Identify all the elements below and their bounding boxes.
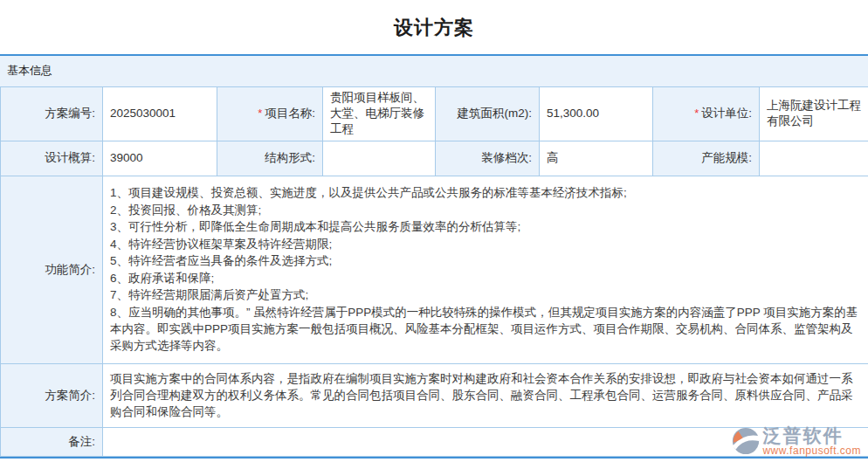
capacity-scale-value bbox=[760, 141, 868, 176]
function-intro-label: 功能简介: bbox=[1, 176, 103, 363]
remark-label: 备注: bbox=[1, 427, 103, 456]
plan-intro-text: 项目实施方案中的合同体系内容，是指政府在编制项目实施方案时对构建政府和社会资本合… bbox=[110, 370, 861, 421]
plan-number-value: 2025030001 bbox=[103, 87, 217, 141]
project-name-value: 贵阳项目样板间、大堂、电梯厅装修工程 bbox=[323, 87, 436, 141]
function-intro-label-text: 功能简介: bbox=[45, 263, 95, 276]
function-intro-text: 1、项目建设规模、投资总额、实施进度，以及提供公共产品或公共服务的标准等基本经济… bbox=[110, 184, 861, 354]
required-asterisk: * bbox=[694, 107, 699, 120]
structure-type-label: 结构形式: bbox=[217, 141, 323, 176]
design-unit-value: 上海阮建设计工程有限公司 bbox=[760, 87, 868, 141]
page-title: 设计方案 bbox=[0, 0, 868, 54]
capacity-scale-label-text: 产能规模: bbox=[701, 151, 752, 164]
section-header-basic-info: 基本信息 bbox=[0, 56, 868, 86]
plan-number-label-text: 方案编号: bbox=[45, 107, 95, 120]
project-name-label-text: 项目名称: bbox=[265, 107, 315, 120]
plan-intro-label: 方案简介: bbox=[1, 363, 103, 427]
fanpu-watermark-text: 泛普软件 www.fanpusoft.com bbox=[762, 426, 861, 457]
decoration-grade-label: 装修档次: bbox=[436, 141, 540, 176]
capacity-scale-label: 产能规模: bbox=[653, 141, 760, 176]
design-unit-label: *设计单位: bbox=[653, 87, 760, 141]
design-estimate-value: 39000 bbox=[103, 141, 217, 176]
table-row: 方案简介: 项目实施方案中的合同体系内容，是指政府在编制项目实施方案时对构建政府… bbox=[1, 363, 868, 427]
function-intro-value: 1、项目建设规模、投资总额、实施进度，以及提供公共产品或公共服务的标准等基本经济… bbox=[103, 176, 868, 363]
required-asterisk: * bbox=[258, 107, 262, 120]
fanpu-website-url: www.fanpusoft.com bbox=[762, 445, 861, 457]
structure-type-value bbox=[323, 141, 436, 176]
design-estimate-label: 设计概算: bbox=[1, 141, 103, 176]
fanpu-logo-icon bbox=[731, 426, 761, 456]
building-area-label: 建筑面积(m2): bbox=[436, 87, 540, 141]
fanpu-brand-name: 泛普软件 bbox=[762, 426, 843, 445]
plan-number-label: 方案编号: bbox=[1, 87, 103, 141]
table-row: 设计概算: 39000 结构形式: 装修档次: 高 产能规模: bbox=[1, 141, 868, 176]
design-unit-label-text: 设计单位: bbox=[701, 107, 752, 120]
table-row: 功能简介: 1、项目建设规模、投资总额、实施进度，以及提供公共产品或公共服务的标… bbox=[1, 176, 868, 363]
building-area-label-text: 建筑面积(m2): bbox=[458, 107, 533, 120]
fanpu-watermark: 泛普软件 www.fanpusoft.com bbox=[731, 426, 861, 457]
design-plan-form-table: 方案编号: 2025030001 *项目名称: 贵阳项目样板间、大堂、电梯厅装修… bbox=[0, 86, 868, 457]
plan-intro-label-text: 方案简介: bbox=[45, 389, 95, 402]
remark-label-text: 备注: bbox=[68, 435, 95, 448]
design-estimate-label-text: 设计概算: bbox=[45, 151, 95, 164]
table-row: 方案编号: 2025030001 *项目名称: 贵阳项目样板间、大堂、电梯厅装修… bbox=[1, 87, 868, 141]
plan-intro-value: 项目实施方案中的合同体系内容，是指政府在编制项目实施方案时对构建政府和社会资本合… bbox=[103, 363, 868, 427]
decoration-grade-value: 高 bbox=[540, 141, 653, 176]
structure-type-label-text: 结构形式: bbox=[265, 151, 315, 164]
project-name-label: *项目名称: bbox=[217, 87, 323, 141]
decoration-grade-label-text: 装修档次: bbox=[481, 151, 532, 164]
building-area-value: 51,300.00 bbox=[540, 87, 653, 141]
